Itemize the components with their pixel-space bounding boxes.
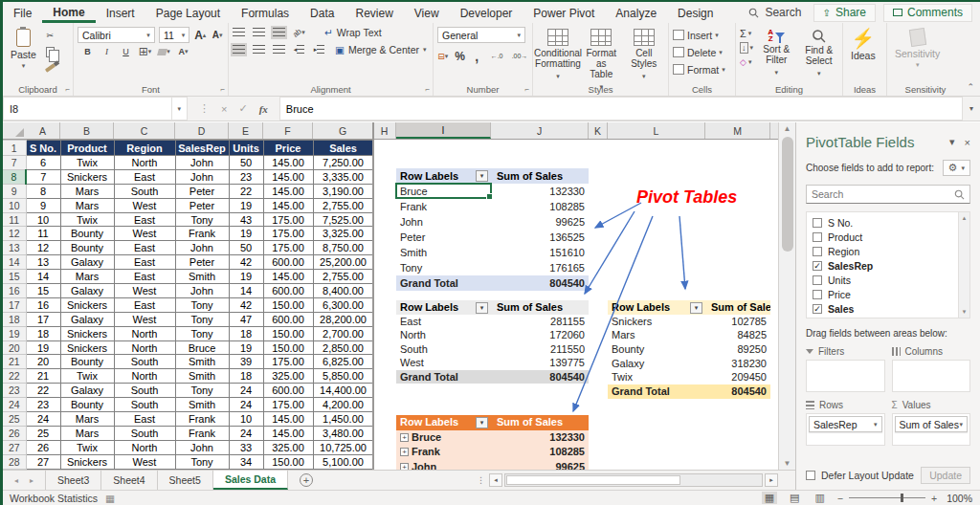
sheet-tab[interactable]: Sheet4 xyxy=(101,471,157,490)
pivot-value-cell[interactable]: 108285 xyxy=(491,445,589,460)
zoom-in-icon[interactable]: + xyxy=(931,493,937,504)
col-header-k[interactable]: K xyxy=(589,122,608,139)
header-cell[interactable]: Units xyxy=(229,141,263,156)
cell[interactable]: 150.00 xyxy=(263,454,313,469)
cell[interactable]: Tony xyxy=(175,326,229,340)
header-cell[interactable]: Region xyxy=(114,141,175,156)
cell[interactable]: 7 xyxy=(26,169,60,184)
tell-me-search[interactable]: Search xyxy=(748,6,801,19)
italic-button[interactable]: I xyxy=(100,46,113,57)
cell[interactable]: Twix xyxy=(60,440,114,454)
pivot-value-cell[interactable]: 84825 xyxy=(705,328,770,342)
cell[interactable]: John xyxy=(175,169,229,184)
header-cell[interactable]: Product xyxy=(60,141,114,156)
cell[interactable]: 10 xyxy=(26,212,60,227)
cell[interactable]: 26 xyxy=(26,440,60,454)
pivot-value-cell[interactable]: 804540 xyxy=(491,370,589,384)
row-header[interactable]: 20 xyxy=(3,340,26,355)
zoom-handle[interactable] xyxy=(901,494,903,502)
cell[interactable]: 145.00 xyxy=(263,184,313,198)
decrease-decimal-button[interactable]: .00→ xyxy=(511,49,528,63)
cell[interactable]: Mars xyxy=(60,198,114,212)
cell[interactable]: 23 xyxy=(229,169,263,184)
cell[interactable]: West xyxy=(114,454,175,469)
cell[interactable]: 325.00 xyxy=(263,369,313,384)
decrease-font-button[interactable]: A▾ xyxy=(211,28,224,42)
underline-button[interactable]: U xyxy=(120,46,132,57)
borders-button[interactable]: ⊞▾ xyxy=(139,46,151,57)
fill-color-button[interactable]: ▾ xyxy=(158,46,170,57)
ideas-button[interactable]: ⚡ Ideas xyxy=(847,27,880,63)
cell[interactable]: 43 xyxy=(229,212,263,227)
font-name-select[interactable]: Calibri▾ xyxy=(78,27,155,43)
cells-button[interactable]: Insert ▾ xyxy=(673,27,731,43)
pivot-label-cell[interactable]: Snickers xyxy=(608,315,705,329)
col-header-d[interactable]: D xyxy=(175,122,229,139)
paste-button[interactable]: Paste ▾ xyxy=(7,27,40,74)
cell[interactable]: 19 xyxy=(229,270,263,284)
row-header[interactable]: 22 xyxy=(3,369,26,384)
field-checkbox[interactable] xyxy=(813,218,822,228)
cell[interactable]: 18 xyxy=(26,326,60,340)
pivot-label-cell[interactable]: North xyxy=(396,328,491,342)
row-header[interactable]: 17 xyxy=(3,297,26,312)
cell[interactable]: Galaxy xyxy=(60,312,114,326)
cell[interactable]: East xyxy=(114,169,175,184)
cell[interactable]: West xyxy=(114,227,175,241)
col-header-e[interactable]: E xyxy=(229,122,263,139)
cell[interactable]: Smith xyxy=(175,270,229,284)
col-header-m[interactable]: M xyxy=(705,122,770,139)
field-item[interactable]: Product xyxy=(813,230,956,244)
cell[interactable]: 21 xyxy=(26,369,60,384)
find-select-button[interactable]: Find & Select ▾ xyxy=(800,27,838,80)
orientation-button[interactable]: ab▾ xyxy=(293,27,305,38)
cell[interactable]: 6,300.00 xyxy=(313,297,373,312)
field-list-scrollbar[interactable]: ▴ ▾ xyxy=(958,212,969,318)
cell[interactable]: 25,200.00 xyxy=(313,255,373,270)
search-input[interactable] xyxy=(812,188,954,200)
cell[interactable]: Smith xyxy=(175,369,229,384)
cell[interactable]: Bruce xyxy=(175,340,229,355)
pivot-label-cell[interactable]: Frank xyxy=(396,199,491,214)
cell[interactable]: Twix xyxy=(60,212,114,227)
row-header[interactable]: 15 xyxy=(3,270,26,284)
cell[interactable]: 2,755.00 xyxy=(313,270,373,284)
horizontal-scrollbar[interactable]: ⋮ ◂ ▸ xyxy=(477,472,778,488)
pivot-value-cell[interactable]: 108285 xyxy=(491,199,589,214)
pivot-value-cell[interactable]: 99625 xyxy=(491,460,589,471)
field-item[interactable]: S No. xyxy=(813,215,956,230)
cell[interactable]: Peter xyxy=(175,184,229,198)
ribbon-tab[interactable]: Power Pivot xyxy=(523,2,605,23)
cell[interactable]: 145.00 xyxy=(263,169,313,184)
page-break-view-icon[interactable]: ▥ xyxy=(812,492,827,504)
col-header-f[interactable]: F xyxy=(263,122,313,139)
cell[interactable]: 2,700.00 xyxy=(313,326,373,340)
cell[interactable]: 3,325.00 xyxy=(313,227,373,241)
row-header[interactable]: 13 xyxy=(3,241,26,255)
cell[interactable]: 14 xyxy=(26,270,60,284)
pivot-label-cell[interactable]: Tony xyxy=(396,260,491,275)
cell[interactable]: Bounty xyxy=(60,241,114,255)
tools-button[interactable]: ⚙▾ xyxy=(943,160,970,176)
format-painter-button[interactable] xyxy=(44,62,56,74)
cell[interactable]: 50 xyxy=(229,241,263,255)
cell[interactable]: 28,200.00 xyxy=(313,312,373,326)
confirm-entry-icon[interactable]: ✓ xyxy=(238,102,247,115)
pane-options-icon[interactable]: ▾ xyxy=(949,136,955,148)
workbook-statistics-button[interactable]: Workbook Statistics xyxy=(10,493,98,504)
cell[interactable]: 19 xyxy=(229,198,263,212)
percent-style-button[interactable]: % xyxy=(455,51,466,62)
cell[interactable]: Smith xyxy=(175,398,229,412)
cell[interactable]: Mars xyxy=(60,270,114,284)
row-header[interactable]: 9 xyxy=(3,184,26,198)
field-checkbox[interactable] xyxy=(813,247,822,256)
cell[interactable]: Bounty xyxy=(60,227,114,241)
pivot-value-cell[interactable]: 151610 xyxy=(491,245,589,260)
pivot-value-cell[interactable]: 281155 xyxy=(491,315,589,329)
cut-button[interactable]: ✂ xyxy=(44,30,56,41)
filter-dropdown-icon[interactable]: ▾ xyxy=(476,170,488,182)
columns-drop-zone[interactable] xyxy=(892,360,971,392)
header-cell[interactable]: S No. xyxy=(26,141,60,156)
pivot-label-cell[interactable]: Bruce xyxy=(396,430,491,446)
cell[interactable]: 18 xyxy=(229,369,263,384)
